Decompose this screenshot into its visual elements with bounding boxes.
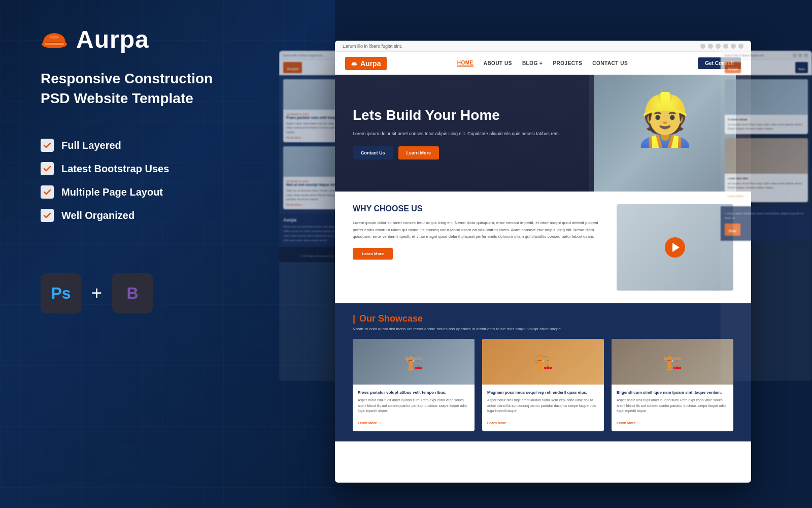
feature-item-4: Well Organized <box>41 209 294 222</box>
right-nav-logo: Aurpa <box>725 62 741 73</box>
right-cta-text: r consy satur voluptate amet consectetur… <box>725 211 808 220</box>
showcase-grid: Praes pariatur volupt atibus velit tempo… <box>353 339 733 431</box>
social-icon-yt <box>723 44 728 49</box>
notification-bar: Earum illo in libero fugiat sint. <box>335 41 751 52</box>
showcase-card-title-1: Praes pariatur volupt atibus velit tempo… <box>358 390 469 395</box>
nav-bar: Aurpa HOME ABOUT US BLOG + PROJECTS CONT… <box>335 52 751 75</box>
nav-link-contact[interactable]: CONTACT US <box>592 60 628 66</box>
right-text-1: art laudan tiumi Rem expl cabo vitae sol… <box>728 122 805 131</box>
why-body: Lorem ipsum dolor sit amet consec tetur … <box>353 219 601 240</box>
social-icon-pi <box>738 44 743 49</box>
showcase-card-text-1: Asper natur nihil fugit amet laudan tium… <box>358 398 469 414</box>
feature-item-3: Multiple Page Layout <box>41 185 294 199</box>
hero-section: Lets Build Your Home Lorem ipsum dolor s… <box>335 75 751 192</box>
right-img-2 <box>725 138 808 174</box>
showcase-img-2 <box>482 339 604 385</box>
hero-worker-image <box>594 75 736 192</box>
showcase-section: Our Showcase Nostrum odio quasi dist inc… <box>335 303 751 441</box>
why-choose-section: WHY CHOOSE US Lorem ipsum dolor sit amet… <box>335 192 751 303</box>
tech-logos: Ps + B <box>41 273 294 313</box>
social-icon-li <box>716 44 721 49</box>
website-preview-main: Earum illo in libero fugiat sint. Aurpa … <box>335 41 751 483</box>
check-icon-4 <box>41 209 54 222</box>
right-label-1: it amet conse <box>728 118 805 121</box>
showcase-link-3[interactable]: Learn More → <box>617 421 640 425</box>
nav-link-projects[interactable]: PROJECTS <box>553 60 582 66</box>
hero-contact-button[interactable]: Contact Us <box>353 146 393 160</box>
check-icon-3 <box>41 185 54 199</box>
why-text: WHY CHOOSE US Lorem ipsum dolor sit amet… <box>353 204 601 291</box>
right-card-1: it amet conse art laudan tiumi Rem expl … <box>725 79 808 134</box>
play-button[interactable] <box>665 237 685 258</box>
feature-item-1: Full Layered <box>41 139 294 152</box>
side-preview-right: Earum illo in libero fugiat sint. Aurpa … <box>721 51 812 381</box>
features-list: Full Layered Latest Bootstrap Uses Multi… <box>41 139 294 232</box>
right-text-2: art laudan tiumi Rem expl cabo vitae sol… <box>728 181 805 190</box>
showcase-card-2: Magnam poss imus sequi rep reh enderit q… <box>482 339 604 431</box>
why-title: WHY CHOOSE US <box>353 204 601 213</box>
right-link-2[interactable]: Learn More → <box>728 195 747 198</box>
right-cta-section: r consy satur voluptate amet consectetur… <box>721 206 812 241</box>
tagline: Responsive Construction PSD Website Temp… <box>41 69 294 108</box>
showcase-link-2[interactable]: Learn More → <box>487 421 511 425</box>
svg-point-3 <box>49 36 59 39</box>
social-icons-top <box>700 44 743 49</box>
showcase-card-1: Praes pariatur volupt atibus velit tempo… <box>353 339 475 431</box>
hero-subtitle: Lorem ipsum dolor sit amet consec tetur … <box>353 130 560 137</box>
showcase-card-text-2: Asper natur nihil fugit amet laudan tium… <box>487 398 599 414</box>
bootstrap-logo: B <box>112 273 153 313</box>
ps-text: Ps <box>51 284 71 303</box>
feature-item-2: Latest Bootstrap Uses <box>41 162 294 175</box>
feature-label-3: Multiple Page Layout <box>61 186 163 198</box>
feature-label-2: Latest Bootstrap Uses <box>61 163 169 175</box>
bs-text: B <box>126 284 138 303</box>
showcase-title: Our Showcase <box>353 313 733 324</box>
right-nav-cta: Now <box>795 62 808 73</box>
showcase-link-1[interactable]: Learn More → <box>358 421 382 425</box>
right-card-2: r pari atur duc art laudan tiumi Rem exp… <box>725 138 808 202</box>
notif-text: Earum illo in libero fugiat sint. <box>343 44 402 49</box>
social-icon-gp <box>731 44 736 49</box>
right-img-1 <box>725 79 808 115</box>
showcase-img-1 <box>353 339 475 385</box>
showcase-card-text-3: Asper natur nihil fugit amet laudan tium… <box>617 398 728 414</box>
showcase-card-title-2: Magnam poss imus sequi rep reh enderit q… <box>487 390 599 395</box>
hero-content: Lets Build Your Home Lorem ipsum dolor s… <box>353 107 560 160</box>
feature-label-1: Full Layered <box>61 140 121 151</box>
nav-logo[interactable]: Aurpa <box>345 57 387 70</box>
side-notif-text: Earum illo in libero fugiat sint. <box>283 54 323 57</box>
nav-link-about[interactable]: ABOUT US <box>484 60 512 66</box>
right-notif: Earum illo in libero fugiat sint. <box>725 54 764 57</box>
right-cta-button[interactable]: Now <box>725 224 740 236</box>
showcase-subtitle: Nostrum odio quasi dist inctio vel recus… <box>353 327 733 331</box>
right-label-2: r pari atur duc <box>728 177 805 180</box>
play-triangle <box>672 243 680 252</box>
feature-label-4: Well Organized <box>61 210 134 221</box>
nav-links: HOME ABOUT US BLOG + PROJECTS CONTACT US <box>457 60 628 67</box>
photoshop-logo: Ps <box>41 273 81 313</box>
why-learn-button[interactable]: Learn More <box>353 248 393 260</box>
social-icon-fb <box>700 44 705 49</box>
hero-title: Lets Build Your Home <box>353 107 560 124</box>
social-icon-tw <box>708 44 713 49</box>
tagline-text: Responsive Construction PSD Website Temp… <box>41 69 294 108</box>
svg-rect-2 <box>45 43 64 45</box>
plus-sign: + <box>91 282 102 304</box>
right-panel: Earum illo in libero fugiat sint. Aurpa … <box>279 0 812 508</box>
nav-link-home[interactable]: HOME <box>457 60 473 67</box>
showcase-img-3 <box>612 339 733 385</box>
nav-link-blog[interactable]: BLOG + <box>522 60 543 66</box>
showcase-card-title-3: Eligendi cum simil ique nam ipsam sint i… <box>617 390 728 395</box>
why-image <box>617 204 733 291</box>
showcase-card-3: Eligendi cum simil ique nam ipsam sint i… <box>612 339 733 431</box>
hero-buttons: Contact Us Learn More <box>353 146 560 160</box>
brand-logo: Aurpa <box>41 25 294 53</box>
nav-logo-text: Aurpa <box>360 59 381 68</box>
helmet-icon <box>41 28 69 51</box>
hero-learn-button[interactable]: Learn More <box>398 146 439 160</box>
check-icon-2 <box>41 162 54 175</box>
check-icon-1 <box>41 139 54 152</box>
brand-name: Aurpa <box>76 25 149 53</box>
